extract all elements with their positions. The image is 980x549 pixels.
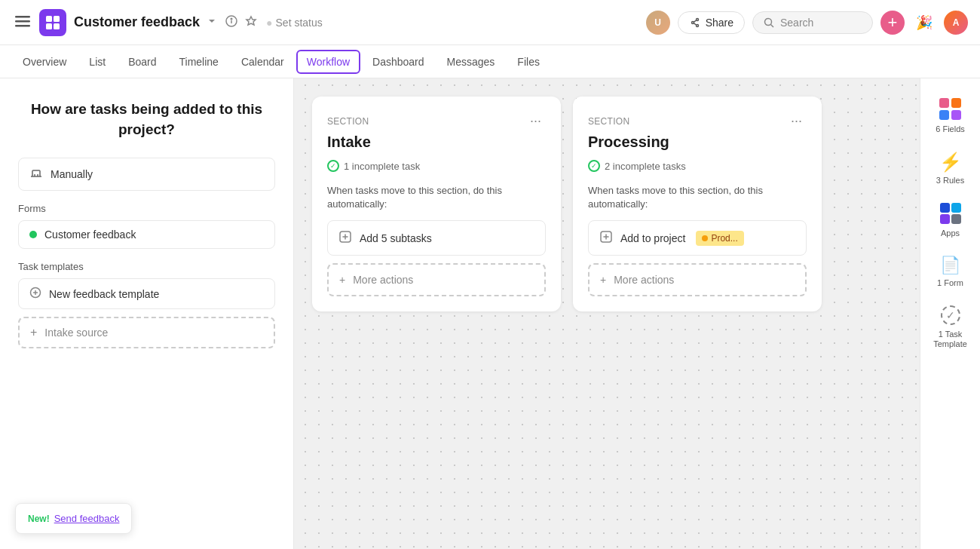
sidebar-item-rules[interactable]: ⚡ 3 Rules — [923, 144, 978, 192]
tab-dashboard[interactable]: Dashboard — [362, 50, 435, 74]
send-feedback-link[interactable]: Send feedback — [54, 513, 120, 524]
svg-point-11 — [691, 21, 694, 23]
sidebar-item-apps[interactable]: Apps — [923, 195, 978, 245]
navtabs: Overview List Board Timeline Calendar Wo… — [0, 45, 980, 78]
tab-calendar[interactable]: Calendar — [231, 50, 295, 74]
processing-more-actions-plus: + — [600, 274, 606, 286]
intake-incomplete-tasks: ✓ 1 incomplete task — [327, 160, 546, 172]
tab-timeline[interactable]: Timeline — [169, 50, 229, 74]
search-label: Search — [780, 17, 813, 29]
workflow-area: Section ··· Intake ✓ 1 incomplete task W… — [294, 78, 920, 549]
template-icon — [29, 287, 41, 301]
share-label: Share — [706, 17, 733, 29]
processing-section-label: Section — [588, 116, 629, 127]
processing-title: Processing — [588, 133, 807, 151]
processing-section-card: Section ··· Processing ✓ 2 incomplete ta… — [573, 97, 822, 311]
processing-more-button[interactable]: ··· — [786, 112, 807, 130]
sidebar-item-task-template[interactable]: ✓ 1 Task Template — [923, 298, 978, 357]
processing-action-item[interactable]: Add to project Prod... — [588, 220, 807, 256]
intake-more-actions-plus: + — [339, 274, 345, 286]
tab-workflow[interactable]: Workflow — [296, 50, 360, 74]
apps-icons — [940, 203, 961, 224]
avatar-2: A — [944, 11, 968, 35]
tab-board[interactable]: Board — [118, 50, 167, 74]
tab-messages[interactable]: Messages — [436, 50, 506, 74]
intake-more-actions-label: More actions — [353, 274, 413, 286]
intake-action-item[interactable]: Add 5 subtasks — [327, 220, 546, 256]
svg-point-12 — [696, 18, 698, 20]
processing-incomplete-tasks: ✓ 2 incomplete tasks — [588, 160, 807, 172]
manually-item[interactable]: Manually — [18, 158, 275, 191]
project-title: Customer feedback — [74, 14, 200, 30]
svg-line-17 — [771, 24, 774, 27]
svg-line-14 — [694, 20, 696, 22]
intake-check-icon: ✓ — [327, 160, 339, 172]
form-label: 1 Form — [937, 278, 963, 287]
processing-more-actions-button[interactable]: + More actions — [588, 263, 807, 296]
title-dropdown-button[interactable] — [203, 12, 221, 32]
form-icon: 📄 — [940, 256, 960, 275]
svg-rect-2 — [15, 25, 30, 27]
feedback-toast: New! Send feedback — [15, 503, 132, 534]
main-content: How are tasks being added to this projec… — [0, 78, 980, 549]
add-icon: + — [30, 326, 37, 339]
manually-icon — [29, 166, 43, 182]
avatar-1: U — [646, 11, 670, 35]
star-button[interactable] — [242, 12, 260, 32]
svg-rect-3 — [46, 16, 52, 22]
right-sidebar: 6 Fields ⚡ 3 Rules Apps 📄 1 Form ✓ 1 Tas… — [920, 78, 980, 549]
add-intake-source[interactable]: + Intake source — [18, 317, 275, 348]
tab-list[interactable]: List — [78, 50, 116, 74]
processing-check-icon: ✓ — [588, 160, 600, 172]
processing-action-label: Add to project — [620, 232, 685, 244]
intake-action-label: Add 5 subtasks — [360, 232, 432, 244]
topbar: Customer feedback ● Set status U Share S… — [0, 0, 980, 45]
svg-rect-0 — [15, 16, 30, 18]
project-icon — [39, 9, 66, 36]
info-button[interactable] — [222, 12, 240, 32]
search-bar[interactable]: Search — [752, 11, 873, 34]
tab-files[interactable]: Files — [507, 50, 550, 74]
left-panel-title: How are tasks being added to this projec… — [18, 100, 275, 140]
task-template-label: 1 Task Template — [929, 330, 972, 349]
intake-section-card: Section ··· Intake ✓ 1 incomplete task W… — [312, 97, 561, 311]
hamburger-menu-button[interactable] — [12, 11, 33, 34]
processing-more-actions-label: More actions — [614, 274, 674, 286]
customer-feedback-dot — [29, 231, 37, 238]
fields-icons — [939, 98, 961, 120]
apps-label: Apps — [941, 228, 960, 238]
left-panel: How are tasks being added to this projec… — [0, 78, 294, 549]
sidebar-item-form[interactable]: 📄 1 Form — [923, 248, 978, 295]
prod-badge: Prod... — [696, 231, 743, 246]
svg-rect-4 — [54, 16, 60, 22]
forms-section-label: Forms — [18, 203, 275, 214]
processing-auto-text: When tasks move to this section, do this… — [588, 184, 807, 211]
add-project-icon — [599, 230, 613, 246]
rules-label: 3 Rules — [936, 176, 964, 185]
new-feedback-template-label: New feedback template — [49, 288, 159, 300]
svg-point-16 — [765, 18, 772, 25]
intake-auto-text: When tasks move to this section, do this… — [327, 184, 546, 211]
customer-feedback-label: Customer feedback — [44, 228, 136, 241]
svg-point-9 — [231, 18, 232, 20]
intake-more-actions-button[interactable]: + More actions — [327, 263, 546, 296]
intake-title: Intake — [327, 133, 546, 151]
fields-label: 6 Fields — [936, 124, 965, 133]
add-button[interactable]: + — [880, 11, 905, 35]
subtask-icon — [338, 230, 352, 246]
new-feedback-template-item[interactable]: New feedback template — [18, 278, 275, 309]
customer-feedback-item[interactable]: Customer feedback — [18, 220, 275, 249]
task-template-icon: ✓ — [941, 305, 960, 325]
manually-label: Manually — [51, 168, 93, 180]
set-status[interactable]: ● Set status — [266, 17, 323, 29]
svg-rect-6 — [54, 23, 60, 29]
svg-rect-1 — [15, 20, 30, 23]
sidebar-item-fields[interactable]: 6 Fields — [923, 90, 978, 141]
intake-more-button[interactable]: ··· — [525, 112, 546, 130]
intake-section-label: Section — [327, 116, 369, 127]
notification-icon[interactable]: 🎉 — [912, 11, 936, 35]
tab-overview[interactable]: Overview — [12, 50, 77, 74]
svg-point-13 — [696, 24, 698, 26]
share-button[interactable]: Share — [678, 11, 745, 34]
intake-source-label: Intake source — [44, 327, 108, 339]
